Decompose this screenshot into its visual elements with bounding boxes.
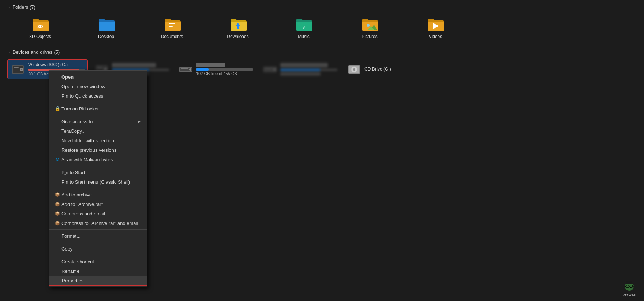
folder-icon-documents	[163, 17, 181, 32]
ctx-properties[interactable]: Properties	[49, 276, 147, 286]
ctx-give-access[interactable]: Give access to ►	[49, 117, 147, 126]
drive-icon-f	[263, 62, 277, 76]
ctx-pin-quick-access[interactable]: Pin to Quick access	[49, 91, 147, 101]
ctx-malwarebytes-icon: M	[53, 157, 61, 162]
drive-item-e[interactable]: 102 GB free of 455 GB	[176, 59, 256, 79]
ctx-pin-quick-access-label: Pin to Quick access	[61, 93, 141, 99]
drives-section-label: Devices and drives (5)	[12, 49, 60, 55]
drive-free-f	[280, 72, 321, 76]
svg-rect-23	[181, 68, 188, 69]
folders-grid: 3D 3D Objects Desktop Documents Download…	[7, 14, 637, 42]
ctx-copy[interactable]: Copy	[49, 244, 147, 253]
ctx-add-archive-label: Add to archive...	[61, 192, 141, 197]
drive-name-e	[196, 63, 225, 67]
svg-point-31	[353, 68, 355, 71]
svg-rect-19	[97, 67, 102, 68]
drive-name-f	[280, 63, 328, 67]
ctx-bitlocker-label: Turn on BitLocker	[61, 106, 141, 112]
folder-label-desktop: Desktop	[98, 34, 114, 39]
folder-item-3dobjects[interactable]: 3D 3D Objects	[7, 14, 73, 42]
drives-section-header: ⌄ Devices and drives (5)	[7, 49, 637, 55]
ctx-open[interactable]: Open	[49, 72, 147, 82]
ctx-restore-prev-label: Restore previous versions	[61, 147, 141, 153]
ctx-create-shortcut-label: Create shortcut	[61, 259, 141, 264]
folder-item-documents[interactable]: Documents	[139, 14, 205, 42]
ctx-new-folder-selection[interactable]: New folder with selection	[49, 136, 147, 145]
ctx-malwarebytes[interactable]: M Scan with Malwarebytes	[49, 155, 147, 164]
ctx-pin-start-label: Pin to Start	[61, 170, 141, 175]
ctx-pin-start-classic-label: Pin to Start menu (Classic Shell)	[61, 179, 141, 185]
ctx-add-archive-rar[interactable]: 📦 Add to "Archive.rar"	[49, 199, 147, 209]
folder-item-videos[interactable]: Videos	[402, 14, 468, 42]
folder-label-3dobjects: 3D Objects	[29, 34, 51, 39]
drive-info-g: CD Drive (G:)	[364, 67, 422, 72]
ctx-pin-start[interactable]: Pin to Start	[49, 168, 147, 177]
folder-item-music[interactable]: ♪ Music	[271, 14, 337, 42]
folder-label-pictures: Pictures	[362, 34, 377, 39]
ctx-add-archive-rar-label: Add to "Archive.rar"	[61, 202, 141, 207]
ctx-format-label: Format...	[61, 233, 141, 239]
ctx-new-folder-selection-label: New folder with selection	[61, 138, 141, 143]
folder-icon-music: ♪	[295, 17, 312, 32]
svg-rect-2	[169, 25, 175, 25]
ctx-create-shortcut[interactable]: Create shortcut	[49, 257, 147, 266]
drive-progress-e	[196, 68, 253, 71]
ctx-properties-label: Properties	[62, 278, 141, 283]
ctx-malwarebytes-label: Scan with Malwarebytes	[61, 157, 141, 162]
drive-free-e: 102 GB free of 455 GB	[196, 71, 253, 76]
folder-item-pictures[interactable]: Pictures	[337, 14, 402, 42]
ctx-open-label: Open	[61, 74, 141, 80]
drive-icon-c	[11, 62, 25, 76]
drive-progress-fill-f	[280, 69, 320, 71]
ctx-compress-archive-email-label: Compress to "Archive.rar" and email	[61, 221, 141, 226]
folder-label-downloads: Downloads	[227, 34, 248, 39]
ctx-sep-2	[49, 115, 147, 115]
ctx-rename-label: Rename	[61, 268, 141, 274]
ctx-format[interactable]: Format...	[49, 231, 147, 241]
drive-icon-g	[347, 62, 362, 76]
ctx-give-access-label: Give access to	[61, 119, 137, 124]
drive-info-e: 102 GB free of 455 GB	[196, 63, 253, 76]
svg-point-13	[21, 69, 22, 70]
ctx-compress-email-label: Compress and email...	[61, 211, 141, 217]
folder-icon-pictures	[361, 17, 378, 32]
ctx-rename[interactable]: Rename	[49, 266, 147, 276]
drive-item-f[interactable]	[260, 59, 340, 79]
folder-label-videos: Videos	[429, 34, 442, 39]
ctx-add-archive-icon: 📦	[53, 192, 61, 197]
folder-icon-videos	[427, 17, 444, 32]
ctx-teracopy[interactable]: TeraCopy...	[49, 126, 147, 136]
folder-item-downloads[interactable]: Downloads	[205, 14, 271, 42]
ctx-restore-prev[interactable]: Restore previous versions	[49, 145, 147, 155]
drive-item-g[interactable]: CD Drive (G:)	[344, 59, 424, 79]
folder-item-desktop[interactable]: Desktop	[73, 14, 139, 42]
drive-name-d	[112, 63, 156, 67]
svg-rect-40	[626, 281, 632, 283]
watermark: APPUALS	[618, 279, 640, 297]
ctx-compress-archive-email-icon: 📦	[53, 221, 61, 226]
ctx-pin-start-classic[interactable]: Pin to Start menu (Classic Shell)	[49, 177, 147, 187]
ctx-copy-label: Copy	[61, 246, 141, 252]
ctx-add-archive[interactable]: 📦 Add to archive...	[49, 190, 147, 199]
folder-label-music: Music	[298, 34, 309, 39]
ctx-give-access-arrow: ►	[137, 119, 141, 124]
ctx-sep-6	[49, 242, 147, 242]
svg-point-26	[273, 68, 276, 71]
ctx-compress-archive-email[interactable]: 📦 Compress to "Archive.rar" and email	[49, 218, 147, 228]
folder-icon-3dobjects: 3D	[31, 17, 49, 32]
drive-info-f	[280, 63, 337, 76]
folders-chevron[interactable]: ⌄	[7, 5, 10, 9]
svg-rect-1	[169, 23, 175, 24]
drive-icon-e	[179, 62, 193, 76]
ctx-bitlocker-icon: 🔒	[53, 106, 61, 111]
ctx-open-new-window-label: Open in new window	[61, 84, 141, 89]
svg-point-6	[367, 24, 370, 27]
svg-text:APPUALS: APPUALS	[623, 293, 636, 296]
ctx-sep-3	[49, 166, 147, 166]
ctx-bitlocker[interactable]: 🔒 Turn on BitLocker	[49, 104, 147, 113]
folder-icon-desktop	[97, 17, 115, 32]
ctx-compress-email[interactable]: 📦 Compress and email...	[49, 209, 147, 218]
ctx-open-new-window[interactable]: Open in new window	[49, 82, 147, 91]
drives-chevron[interactable]: ⌄	[7, 50, 10, 54]
svg-rect-14	[14, 67, 19, 68]
